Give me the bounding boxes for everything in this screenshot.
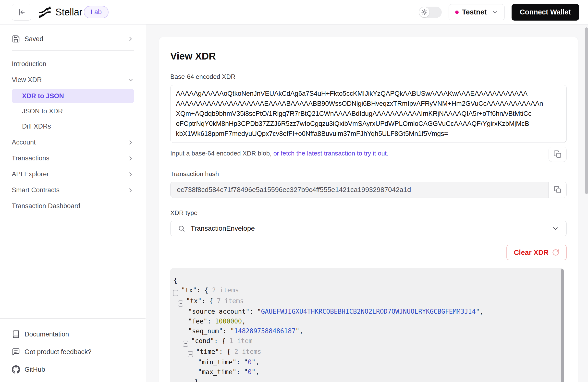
feedback-bubble-icon — [12, 348, 20, 356]
sidebar-link-feedback[interactable]: Got product feedback? — [12, 343, 134, 361]
stellar-logo-icon — [38, 5, 52, 19]
sidebar-item-label: Transactions — [12, 155, 123, 162]
transaction-hash-field: ec738f8cd584c71f78496e5a15596ec327b9c4ff… — [170, 182, 567, 198]
sidebar-item-account[interactable]: Account — [12, 134, 134, 150]
json-token-punc: : " — [223, 327, 234, 335]
sidebar-item-xdr-to-json[interactable]: XDR to JSON — [12, 89, 134, 103]
connect-wallet-button[interactable]: Connect Wallet — [512, 4, 579, 20]
collapse-node-icon[interactable] — [188, 351, 193, 357]
json-token-str: 0 — [248, 359, 252, 366]
json-token-key: "max_time" — [198, 368, 236, 376]
chevron-right-icon — [127, 139, 134, 146]
fetch-latest-transaction-link[interactable]: or fetch the latest transaction to try i… — [273, 150, 389, 157]
sidebar-item-transactions[interactable]: Transactions — [12, 150, 134, 166]
lab-badge: Lab — [84, 6, 108, 18]
json-token-punc: , — [242, 318, 246, 325]
network-status-dot — [455, 11, 459, 14]
sidebar-item-api-explorer[interactable]: API Explorer — [12, 166, 134, 182]
json-row: "tx": { 2 items — [170, 285, 554, 296]
sidebar-item-label: Account — [12, 139, 123, 146]
json-token-punc: ", — [295, 327, 303, 335]
json-token-key: "tx" — [181, 286, 197, 294]
json-token-punc: ", — [252, 359, 259, 366]
sidebar-item-json-to-xdr[interactable]: JSON to XDR — [12, 104, 134, 118]
json-token-punc: : " — [236, 359, 248, 366]
sidebar-item-introduction[interactable]: Introduction — [12, 56, 134, 72]
json-token-meta: 7 items — [217, 297, 244, 305]
json-viewer-rows: {"tx": { 2 items"tx": { 7 items"source_a… — [170, 276, 554, 382]
sidebar-link-label: Documentation — [24, 331, 134, 338]
json-token-key: "cond" — [191, 337, 214, 344]
json-token-punc: : { — [214, 337, 230, 344]
sidebar-item-label: Saved — [24, 35, 123, 43]
sidebar-link-label: GitHub — [24, 366, 134, 373]
network-select[interactable]: Testnet — [449, 4, 505, 20]
json-token-punc: : { — [197, 286, 212, 294]
json-row: "cond": { 1 item — [170, 336, 554, 347]
json-row: { — [170, 276, 554, 285]
xdr-textarea[interactable] — [170, 85, 567, 143]
main-content: View XDR Base-64 encoded XDR Input a bas… — [146, 24, 588, 382]
sidebar-item-diff-xdrs[interactable]: Diff XDRs — [12, 119, 134, 133]
transaction-hash-value[interactable]: ec738f8cd584c71f78496e5a15596ec327b9c4ff… — [170, 182, 548, 198]
collapse-node-icon[interactable] — [178, 301, 183, 307]
json-token-str: 1482897588486187 — [234, 327, 295, 335]
json-row: }, — [170, 377, 554, 382]
json-row: "source_account": "GAUEFWJIGXU4THKRCQBEB… — [170, 307, 554, 316]
json-row: "seq_num": "1482897588486187", — [170, 326, 554, 336]
sidebar-link-github[interactable]: GitHub — [12, 361, 134, 378]
chevron-down-icon — [127, 77, 134, 83]
refresh-icon — [552, 249, 559, 256]
clear-xdr-button[interactable]: Clear XDR — [506, 245, 567, 260]
helper-static-text: Input a base-64 encoded XDR blob, — [170, 150, 273, 157]
json-row: "min_time": "0", — [170, 357, 554, 367]
xdr-type-select[interactable]: TransactionEnvelope — [170, 221, 567, 236]
sidebar-link-documentation[interactable]: Documentation — [12, 325, 134, 343]
sidebar: Saved Introduction View XDR XDR to JSON … — [0, 24, 146, 382]
sidebar-item-transaction-dashboard[interactable]: Transaction Dashboard — [12, 198, 134, 214]
save-icon — [12, 35, 20, 43]
sidebar-collapse-button[interactable] — [12, 4, 31, 20]
sidebar-item-saved[interactable]: Saved — [12, 31, 134, 46]
json-viewer-scrollbar[interactable] — [561, 269, 564, 382]
chevron-right-icon — [127, 187, 134, 194]
chevron-right-icon — [127, 36, 134, 42]
app-header: Stellar Lab Testnet Connect Wallet — [0, 0, 588, 24]
json-viewer: {"tx": { 2 items"tx": { 7 items"source_a… — [170, 268, 564, 382]
json-token-punc: : " — [236, 368, 248, 376]
json-row: "tx": { 7 items — [170, 296, 554, 307]
theme-toggle[interactable] — [419, 7, 442, 18]
json-token-key: "source_account" — [188, 308, 250, 315]
sidebar-divider — [12, 50, 134, 51]
json-token-meta: 2 items — [212, 286, 239, 294]
sidebar-item-label: Transaction Dashboard — [12, 202, 134, 210]
collapse-node-icon[interactable] — [173, 290, 178, 296]
json-token-str: GAUEFWJIGXU4THKRCQBEBHICB2NO2LROD7QWJNUO… — [261, 308, 476, 315]
json-token-punc: : { — [202, 297, 217, 305]
collapse-node-icon[interactable] — [183, 341, 188, 347]
json-token-key: "fee" — [188, 318, 207, 325]
panel-collapse-icon — [17, 8, 26, 16]
chevron-right-icon — [127, 171, 134, 178]
json-token-key: "min_time" — [198, 359, 236, 366]
stellar-logo[interactable]: Stellar — [38, 5, 82, 19]
sidebar-item-label: Smart Contracts — [12, 186, 123, 194]
page-scrollbar[interactable] — [585, 27, 588, 194]
view-xdr-card: View XDR Base-64 encoded XDR Input a bas… — [159, 37, 578, 382]
chevron-down-icon — [492, 9, 499, 16]
sidebar-item-view-xdr[interactable]: View XDR — [12, 72, 134, 88]
xdr-input-label: Base-64 encoded XDR — [170, 73, 567, 80]
chevron-right-icon — [127, 155, 134, 162]
json-token-punc: }, — [194, 378, 202, 382]
copy-hash-button[interactable] — [548, 182, 567, 198]
sidebar-item-label: View XDR — [12, 76, 123, 84]
json-token-punc: ", — [252, 368, 259, 376]
sidebar-footer: Documentation Got product feedback? GitH… — [0, 318, 146, 382]
sidebar-link-label: Got product feedback? — [24, 348, 134, 356]
network-label: Testnet — [462, 8, 487, 16]
copy-xdr-button[interactable] — [548, 147, 567, 162]
json-token-punc: : " — [250, 308, 261, 315]
json-token-punc: { — [173, 277, 177, 284]
json-token-num: 1000000 — [215, 318, 242, 325]
sidebar-item-smart-contracts[interactable]: Smart Contracts — [12, 182, 134, 198]
